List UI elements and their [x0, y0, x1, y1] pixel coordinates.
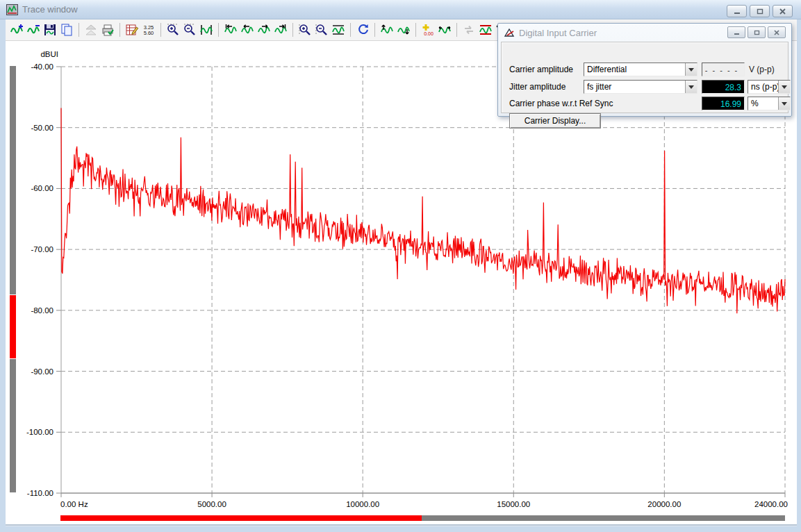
dialog-restore-button[interactable]	[748, 26, 766, 38]
shift-trace-down-icon	[397, 23, 411, 37]
window-title: Trace window	[22, 4, 78, 15]
close-button[interactable]	[773, 5, 793, 17]
toolbar-copy-trace-button[interactable]	[58, 22, 75, 38]
chevron-down-icon	[782, 102, 787, 106]
toolbar-compress-trace-button[interactable]	[436, 22, 453, 38]
toolbar-pan-right-end-button[interactable]	[272, 22, 289, 38]
window-bottom-edge	[6, 524, 797, 526]
svg-text:-70.00: -70.00	[31, 245, 53, 253]
toolbar-zoom-in-x-button[interactable]	[165, 22, 181, 38]
toolbar-separator	[218, 23, 219, 37]
dialog-titlebar[interactable]: Digital Input Carrier	[498, 24, 791, 42]
trace-jitter-spectrum	[61, 108, 785, 314]
toolbar-full-scale-y-button[interactable]	[330, 22, 347, 38]
toolbar-shift-trace-down-button[interactable]	[395, 22, 412, 38]
zoom-out-x-icon	[183, 23, 197, 37]
vertical-zoom-thumb[interactable]	[10, 294, 16, 359]
toolbar-separator	[119, 23, 120, 37]
digital-input-carrier-dialog: Digital Input Carrier Carrier amplitude …	[497, 23, 792, 117]
copy-trace-icon	[60, 23, 74, 37]
zoom-in-x-icon	[166, 23, 180, 37]
zoom-in-y-icon	[298, 23, 312, 37]
carrier-amplitude-label: Carrier amplitude	[509, 65, 573, 74]
toolbar-shift-trace-up-button[interactable]	[379, 22, 395, 38]
trace-limits-icon	[479, 23, 493, 37]
pan-left-icon	[240, 23, 254, 37]
dialog-close-button[interactable]	[768, 26, 786, 38]
restore-button[interactable]	[750, 5, 770, 17]
carrier-amplitude-dropdown-button[interactable]	[685, 63, 697, 76]
vertical-zoom-bar[interactable]	[10, 66, 16, 492]
toolbar-separator	[350, 23, 351, 37]
trace-window-titlebar[interactable]: Trace window	[0, 0, 801, 19]
delete-trace-icon	[26, 23, 40, 37]
toolbar-trace-limits-button[interactable]	[477, 22, 494, 38]
toolbar-separator	[292, 23, 293, 37]
dialog-title: Digital Input Carrier	[519, 28, 597, 38]
pan-right-end-icon	[274, 23, 288, 37]
toolbar-full-scale-x-button[interactable]	[198, 22, 215, 38]
toolbar-print-trace-button[interactable]	[99, 22, 116, 38]
toolbar-zoom-out-y-button[interactable]	[313, 22, 330, 38]
compress-trace-icon	[438, 23, 452, 37]
toolbar-edit-trace-data-button[interactable]	[124, 22, 140, 38]
toolbar-separator	[374, 23, 375, 37]
undo-zoom-icon	[356, 23, 370, 37]
horizontal-zoom-thumb[interactable]	[60, 515, 422, 521]
toolbar-show-values-button[interactable]: 3.255.60	[140, 22, 157, 38]
svg-text:-40.00: -40.00	[31, 63, 53, 71]
chevron-down-icon	[688, 68, 694, 72]
full-scale-x-icon	[199, 23, 213, 37]
svg-text:5.60: 5.60	[144, 30, 154, 36]
jitter-unit-dropdown-button[interactable]	[778, 81, 790, 93]
toolbar-sync-traces-button	[461, 22, 477, 38]
carrier-phase-label: Carrier phase w.r.t Ref Sync	[509, 99, 613, 108]
toolbar-cursor-readout-button[interactable]: 0.00	[420, 22, 436, 38]
svg-text:-50.00: -50.00	[31, 124, 53, 132]
toolbar-separator	[456, 23, 457, 37]
pan-right-icon	[257, 23, 271, 37]
carrier-display-button[interactable]: Carrier Display...	[509, 113, 601, 128]
svg-text:0.00 Hz: 0.00 Hz	[60, 500, 88, 508]
svg-text:15000.00: 15000.00	[497, 500, 530, 508]
toolbar-save-trace-button[interactable]	[42, 22, 58, 38]
carrier-phase-value[interactable]: 16.99	[702, 97, 745, 110]
full-scale-y-icon	[331, 23, 345, 37]
toolbar-undo-zoom-button[interactable]	[354, 22, 371, 38]
chevron-down-icon	[688, 85, 694, 89]
svg-text:24000.00: 24000.00	[754, 500, 788, 508]
toolbar-delete-trace-button[interactable]	[25, 22, 42, 38]
toolbar-zoom-out-x-button[interactable]	[181, 22, 198, 38]
horizontal-zoom-bar[interactable]	[60, 515, 785, 521]
toolbar-separator	[79, 23, 79, 37]
toolbar-pan-left-end-button[interactable]	[222, 22, 239, 38]
stack-traces-icon	[84, 23, 98, 37]
pan-left-end-icon	[224, 23, 238, 37]
phase-unit-dropdown-button[interactable]	[778, 97, 790, 110]
carrier-amplitude-select[interactable]: Differential	[584, 63, 697, 76]
toolbar-add-trace-button[interactable]	[8, 22, 25, 38]
jitter-amplitude-selected: fs jitter	[584, 82, 685, 92]
jitter-amplitude-dropdown-button[interactable]	[685, 81, 697, 93]
jitter-amplitude-unit-select[interactable]: ns (p-p)	[748, 80, 791, 94]
dialog-body: Carrier amplitude Differential - - - - -…	[501, 42, 788, 113]
toolbar-pan-right-button[interactable]	[256, 22, 272, 38]
toolbar-stack-traces-button	[83, 22, 99, 38]
jitter-amplitude-label: Jitter amplitude	[509, 82, 565, 92]
svg-text:dBUI: dBUI	[40, 50, 58, 58]
jitter-amplitude-value[interactable]: 28.3	[702, 80, 745, 94]
carrier-amplitude-unit: V (p-p)	[749, 65, 775, 74]
trace-window-icon	[6, 4, 18, 15]
svg-text:20000.00: 20000.00	[647, 500, 681, 508]
svg-text:-110.00: -110.00	[27, 489, 53, 497]
minimize-button[interactable]	[727, 5, 747, 17]
toolbar-separator	[415, 23, 416, 37]
toolbar-pan-left-button[interactable]	[239, 22, 256, 38]
dialog-minimize-button[interactable]	[727, 26, 745, 38]
carrier-phase-unit-select[interactable]: %	[748, 97, 791, 110]
zoom-out-y-icon	[315, 23, 329, 37]
toolbar-zoom-in-y-button[interactable]	[297, 22, 313, 38]
add-trace-icon	[10, 23, 24, 37]
jitter-amplitude-select[interactable]: fs jitter	[584, 80, 697, 94]
svg-text:10000.00: 10000.00	[346, 500, 379, 508]
